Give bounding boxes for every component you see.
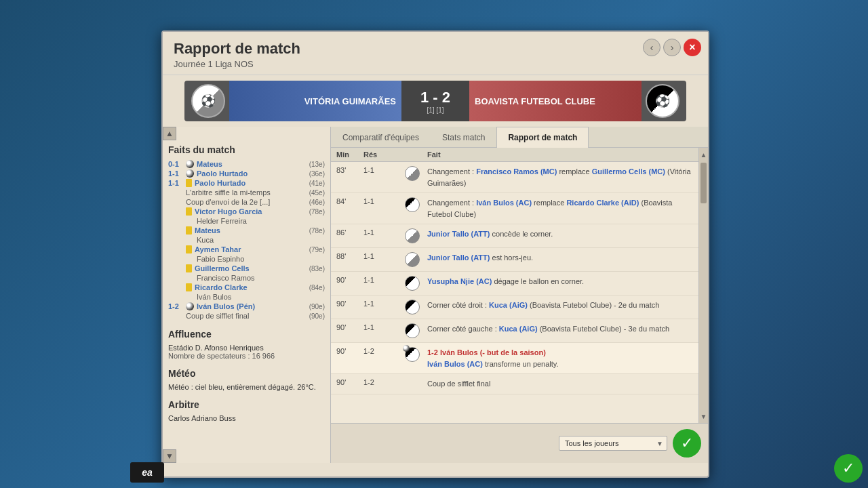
- row-fact: Yusupha Njie (AC) dégage le ballon en co…: [427, 276, 693, 287]
- row-minute: 90': [336, 300, 363, 308]
- table-row: 84' 1-1 Changement : Iván Bulos (AC) rem…: [331, 193, 698, 224]
- ball-icon: [186, 169, 194, 178]
- list-item: 1-1 Paolo Hurtado (41e): [168, 178, 325, 188]
- match-report-modal: Rapport de match Journée 1 Liga NOS ‹ › …: [161, 30, 709, 478]
- player-link[interactable]: Iván Bulos (Pén): [197, 302, 255, 310]
- row-score: 1-1: [363, 197, 397, 205]
- list-item: 1-1 Paolo Hurtado (36e): [168, 169, 325, 178]
- arbitre-section: Arbitre Carlos Adriano Buss: [168, 399, 325, 422]
- row-minute: 90': [336, 378, 363, 386]
- table-row: 83' 1-1 Changement : Francisco Ramos (MC…: [331, 162, 698, 193]
- modal-navigation: ‹ › ×: [643, 39, 701, 56]
- row-minute: 86': [336, 228, 363, 237]
- row-minute: 90': [336, 347, 363, 355]
- events-table-container: Min Rés Fait 83' 1-1 Changement : Fra: [331, 148, 708, 423]
- row-icon: [397, 347, 427, 362]
- list-item: Victor Hugo Garcia (78e): [168, 207, 325, 216]
- list-item: Ricardo Clarke (84e): [168, 283, 325, 292]
- team-badge: [405, 252, 420, 267]
- close-button[interactable]: ×: [684, 39, 701, 56]
- row-icon: [397, 166, 427, 181]
- row-score: 1-1: [363, 276, 397, 284]
- list-item: Helder Ferreira: [168, 216, 325, 226]
- row-minute: 90': [336, 323, 363, 331]
- table-header: Min Rés Fait: [331, 148, 698, 162]
- list-item: Fabio Espinho: [168, 254, 325, 264]
- row-icon: [397, 276, 427, 291]
- player-filter-select[interactable]: Tous les joueurs Équipe domicile Équipe …: [559, 436, 667, 451]
- player-link[interactable]: Paolo Hurtado: [197, 169, 248, 178]
- match-facts: Faits du match 0-1 Mateus (13e) 1-1 Paol…: [163, 140, 330, 449]
- scroll-up-button[interactable]: ▲: [163, 127, 176, 140]
- row-score: 1-1: [363, 252, 397, 260]
- tab-stats[interactable]: Stats match: [431, 127, 496, 148]
- next-button[interactable]: ›: [663, 39, 681, 56]
- goal-ball-icon: [403, 345, 410, 352]
- row-minute: 88': [336, 252, 363, 260]
- left-panel: ▲ Faits du match 0-1 Mateus (13e) 1-1 Pa…: [163, 127, 331, 463]
- player-link[interactable]: Victor Hugo Garcia: [195, 207, 262, 216]
- tab-rapport[interactable]: Rapport de match: [496, 127, 589, 148]
- row-fact: Junior Tallo (ATT) concède le corner.: [427, 228, 693, 240]
- yellow-card-icon: [186, 245, 192, 253]
- modal-title: Rapport de match: [174, 40, 697, 58]
- events-table-scroll[interactable]: Min Rés Fait 83' 1-1 Changement : Fra: [331, 148, 698, 423]
- table-row: 88' 1-1 Junior Tallo (ATT) est hors-jeu.: [331, 248, 698, 272]
- player-link[interactable]: Mateus: [197, 160, 222, 168]
- row-score: 1-2: [363, 347, 397, 355]
- list-item: Mateus (78e): [168, 226, 325, 235]
- scrollbar-up[interactable]: ▲: [699, 148, 708, 161]
- table-row: 90' 1-1 Corner côté gauche : Kuca (AiG) …: [331, 319, 698, 343]
- team-badge: [405, 276, 420, 291]
- table-row: 90' 1-1 Yusupha Njie (AC) dégage le ball…: [331, 272, 698, 296]
- col-icon: [397, 150, 427, 159]
- scrollbar-down[interactable]: ▼: [699, 409, 708, 423]
- list-item: Coup d'envoi de la 2e [...] (46e): [168, 197, 325, 207]
- yellow-card-icon: [186, 207, 192, 216]
- row-icon: [397, 252, 427, 267]
- meteo-title: Météo: [168, 368, 325, 379]
- row-icon: [397, 300, 427, 314]
- confirm-button[interactable]: ✓: [673, 429, 701, 458]
- player-link[interactable]: Ricardo Clarke: [195, 283, 248, 291]
- modal-header: Rapport de match Journée 1 Liga NOS ‹ › …: [163, 32, 708, 75]
- table-scrollbar[interactable]: ▲ ▼: [698, 148, 708, 423]
- table-row: 90' 1-1 Corner côté droit : Kuca (AiG) (…: [331, 296, 698, 319]
- tabs-bar: Comparatif d'équipes Stats match Rapport…: [331, 127, 708, 148]
- yellow-card-icon: [186, 283, 192, 291]
- row-fact: Corner côté droit : Kuca (AiG) (Boavista…: [427, 300, 693, 311]
- yellow-card-icon: [186, 264, 192, 272]
- away-team-name: BOAVISTA FUTEBOL CLUBE: [475, 96, 595, 106]
- col-fait: Fait: [427, 150, 693, 159]
- score-value: 1 - 2: [420, 89, 450, 106]
- player-link[interactable]: Paolo Hurtado: [195, 179, 245, 187]
- modal-subtitle: Journée 1 Liga NOS: [174, 59, 697, 69]
- team-badge: [405, 197, 420, 212]
- modal-body: ▲ Faits du match 0-1 Mateus (13e) 1-1 Pa…: [163, 127, 708, 463]
- right-panel: Comparatif d'équipes Stats match Rapport…: [331, 127, 708, 463]
- player-link[interactable]: Aymen Tahar: [195, 245, 241, 253]
- affluence-section: Affluence Estádio D. Afonso Henriques No…: [168, 329, 325, 360]
- arbitre-title: Arbitre: [168, 399, 325, 410]
- scroll-down-button[interactable]: ▼: [163, 449, 176, 463]
- ball-icon: [186, 302, 194, 310]
- affluence-title: Affluence: [168, 329, 325, 340]
- row-score: 1-1: [363, 166, 397, 174]
- prev-button[interactable]: ‹: [643, 39, 660, 56]
- row-score: 1-1: [363, 228, 397, 237]
- arbitre-name: Carlos Adriano Buss: [168, 414, 325, 422]
- home-team-bg: VITÓRIA GUIMARÃES: [229, 81, 401, 121]
- score-halftime: [1] [1]: [427, 106, 443, 114]
- team-badge: [405, 228, 420, 243]
- scrollbar-thumb[interactable]: [701, 163, 707, 203]
- list-item: L'arbitre siffle la mi-temps (45e): [168, 188, 325, 197]
- bottom-confirm-button[interactable]: ✓: [834, 454, 863, 483]
- row-minute: 90': [336, 276, 363, 284]
- list-item: 0-1 Mateus (13e): [168, 159, 325, 169]
- player-link[interactable]: Guillermo Cells: [195, 264, 250, 272]
- player-link[interactable]: Mateus: [195, 226, 220, 235]
- score-bar: ⚽ VITÓRIA GUIMARÃES 1 - 2 [1] [1] BOAVIS…: [184, 81, 686, 121]
- tab-comparatif[interactable]: Comparatif d'équipes: [331, 127, 431, 148]
- row-fact: Coup de sifflet final: [427, 378, 693, 390]
- table-row: 90' 1-2 Coup de sifflet final: [331, 374, 698, 394]
